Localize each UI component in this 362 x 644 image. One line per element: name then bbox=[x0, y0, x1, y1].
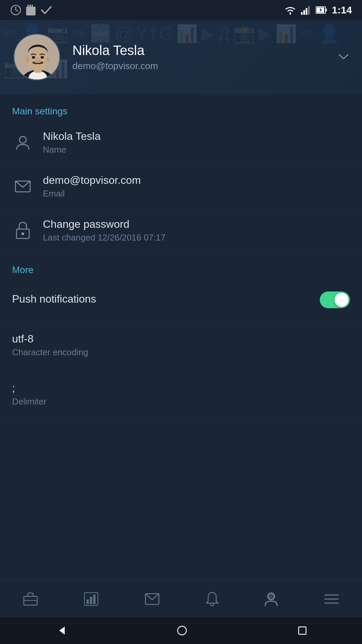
delimiter-value: ; bbox=[12, 382, 350, 394]
svg-marker-38 bbox=[59, 627, 65, 635]
name-value: Nikola Tesla bbox=[43, 130, 350, 143]
profile-name: Nikola Tesla bbox=[72, 43, 349, 58]
name-setting-text: Nikola Tesla Name bbox=[43, 130, 350, 155]
android-nav-bar bbox=[0, 617, 362, 644]
delimiter-item[interactable]: ; Delimiter bbox=[0, 370, 362, 419]
check-icon bbox=[40, 4, 52, 16]
home-button[interactable] bbox=[177, 626, 187, 636]
more-section-header: More bbox=[0, 253, 362, 279]
sdcard-icon bbox=[25, 4, 36, 16]
briefcase-icon bbox=[23, 592, 38, 606]
svg-rect-9 bbox=[306, 8, 307, 15]
nav-profile[interactable] bbox=[258, 589, 285, 609]
mail-icon bbox=[145, 593, 160, 605]
character-encoding-label: Character encoding bbox=[12, 347, 350, 358]
svg-point-20 bbox=[46, 57, 50, 62]
password-setting-text: Change password Last changed 12/26/2016 … bbox=[43, 218, 350, 243]
avatar bbox=[13, 34, 60, 80]
character-encoding-value: utf-8 bbox=[12, 333, 350, 345]
delimiter-text: ; Delimiter bbox=[12, 382, 350, 407]
bottom-nav bbox=[0, 580, 362, 617]
push-notifications-item[interactable]: Push notifications bbox=[0, 279, 362, 321]
avatar-image bbox=[14, 35, 60, 80]
svg-point-34 bbox=[268, 593, 275, 600]
person-icon bbox=[12, 132, 34, 153]
push-notifications-text: Push notifications bbox=[12, 293, 320, 307]
email-value: demo@topvisor.com bbox=[43, 174, 350, 186]
name-setting-item[interactable]: Nikola Tesla Name bbox=[0, 121, 362, 165]
svg-rect-7 bbox=[301, 12, 303, 15]
wifi-icon bbox=[284, 5, 296, 15]
push-notifications-title: Push notifications bbox=[12, 293, 320, 305]
chart-icon bbox=[84, 592, 99, 606]
svg-rect-31 bbox=[90, 597, 92, 604]
email-setting-item[interactable]: demo@topvisor.com Email bbox=[0, 165, 362, 209]
nav-mail[interactable] bbox=[138, 590, 166, 608]
recent-apps-button[interactable] bbox=[298, 626, 307, 635]
push-notifications-toggle[interactable] bbox=[320, 291, 350, 308]
svg-rect-8 bbox=[303, 10, 305, 15]
status-bar: 1:14 bbox=[0, 0, 362, 20]
battery-icon bbox=[316, 5, 327, 15]
profile-header: ✏👤📷✏🔤 @YfG📊 ▶Д📸▶📊 ✏👤📷✏📊 bbox=[0, 20, 362, 94]
svg-rect-30 bbox=[86, 599, 89, 604]
bell-icon bbox=[206, 592, 219, 606]
lock-icon bbox=[12, 220, 34, 241]
password-title: Change password bbox=[43, 218, 350, 230]
email-icon bbox=[12, 176, 34, 197]
svg-rect-5 bbox=[29, 5, 31, 8]
toggle-knob bbox=[335, 293, 349, 307]
nav-bell[interactable] bbox=[199, 589, 225, 609]
svg-line-2 bbox=[16, 10, 18, 11]
profile-email: demo@topvisor.com bbox=[72, 61, 349, 71]
nav-chart[interactable] bbox=[77, 589, 105, 609]
svg-rect-32 bbox=[93, 595, 96, 604]
nav-menu[interactable] bbox=[317, 590, 346, 608]
profile-info: Nikola Tesla demo@topvisor.com bbox=[72, 43, 349, 71]
svg-point-21 bbox=[32, 56, 35, 59]
svg-point-26 bbox=[21, 232, 24, 235]
svg-rect-40 bbox=[299, 627, 306, 634]
svg-point-23 bbox=[19, 137, 26, 143]
status-bar-left-icons bbox=[10, 4, 52, 16]
status-bar-right-icons: 1:14 bbox=[284, 4, 352, 16]
time-display: 1:14 bbox=[332, 4, 352, 16]
profile-nav-icon bbox=[264, 592, 278, 606]
menu-icon bbox=[324, 593, 339, 605]
character-encoding-item[interactable]: utf-8 Character encoding bbox=[0, 321, 362, 370]
svg-rect-12 bbox=[325, 9, 327, 11]
character-encoding-text: utf-8 Character encoding bbox=[12, 333, 350, 358]
password-subtitle: Last changed 12/26/2016 07:17 bbox=[43, 232, 350, 243]
svg-rect-10 bbox=[308, 6, 310, 15]
email-setting-text: demo@topvisor.com Email bbox=[43, 174, 350, 199]
signal-icon bbox=[301, 5, 311, 15]
password-setting-item[interactable]: Change password Last changed 12/26/2016 … bbox=[0, 209, 362, 253]
svg-point-22 bbox=[41, 56, 44, 59]
svg-point-39 bbox=[178, 626, 186, 635]
nav-briefcase[interactable] bbox=[16, 590, 45, 608]
clock-icon bbox=[10, 4, 21, 16]
name-label: Name bbox=[43, 145, 350, 155]
svg-rect-4 bbox=[27, 5, 29, 8]
svg-rect-3 bbox=[26, 7, 36, 15]
back-button[interactable] bbox=[55, 625, 66, 636]
svg-rect-6 bbox=[32, 5, 33, 7]
main-settings-header: Main settings bbox=[0, 94, 362, 121]
svg-point-18 bbox=[28, 48, 48, 71]
delimiter-label: Delimiter bbox=[12, 396, 350, 407]
email-label: Email bbox=[43, 189, 350, 199]
svg-point-19 bbox=[26, 57, 29, 62]
dropdown-chevron[interactable] bbox=[339, 52, 349, 62]
